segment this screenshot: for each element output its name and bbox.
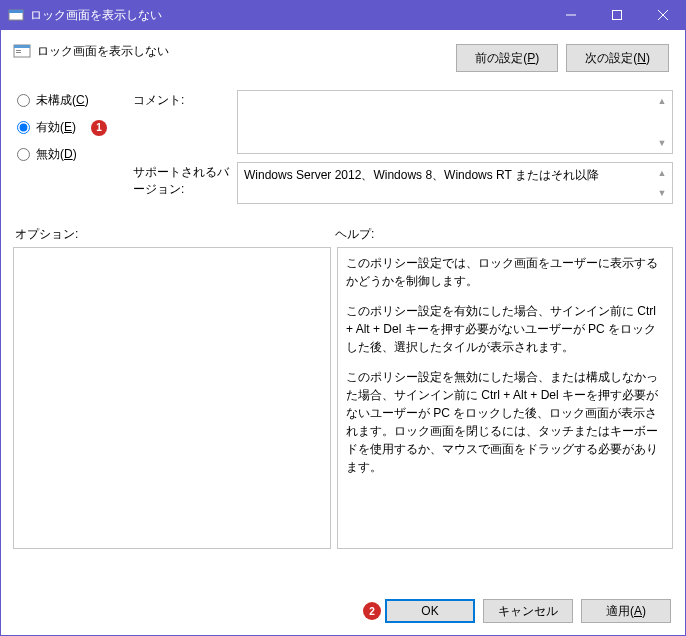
policy-icon — [13, 42, 31, 60]
next-setting-button[interactable]: 次の設定(N) — [566, 44, 669, 72]
policy-title: ロック画面を表示しない — [37, 40, 456, 60]
radio-not-configured-row: 未構成(C) — [17, 92, 133, 109]
version-box: Windows Server 2012、Windows 8、Windows RT… — [237, 162, 673, 204]
radio-disabled[interactable] — [17, 148, 30, 161]
titlebar: ロック画面を表示しない — [0, 0, 686, 30]
help-panel: このポリシー設定では、ロック画面をユーザーに表示するかどうかを制御します。 この… — [337, 247, 673, 549]
svg-rect-7 — [14, 45, 30, 48]
prev-setting-button[interactable]: 前の設定(P) — [456, 44, 558, 72]
radio-not-configured-label[interactable]: 未構成(C) — [36, 92, 89, 109]
help-paragraph: このポリシー設定を無効にした場合、または構成しなかった場合、サインイン前に Ct… — [346, 368, 664, 476]
help-paragraph: このポリシー設定では、ロック画面をユーザーに表示するかどうかを制御します。 — [346, 254, 664, 290]
svg-rect-1 — [9, 10, 23, 13]
version-text: Windows Server 2012、Windows 8、Windows RT… — [244, 168, 599, 182]
scroll-down-icon[interactable]: ▼ — [654, 135, 670, 151]
minimize-button[interactable] — [548, 0, 594, 30]
close-button[interactable] — [640, 0, 686, 30]
help-section-label: ヘルプ: — [335, 226, 374, 243]
scroll-up-icon[interactable]: ▲ — [654, 93, 670, 109]
help-paragraph: このポリシー設定を有効にした場合、サインイン前に Ctrl + Alt + De… — [346, 302, 664, 356]
annotation-badge-2: 2 — [363, 602, 381, 620]
scroll-up-icon[interactable]: ▲ — [654, 165, 670, 181]
annotation-badge-1: 1 — [91, 120, 107, 136]
svg-rect-9 — [16, 52, 21, 53]
radio-disabled-label[interactable]: 無効(D) — [36, 146, 77, 163]
options-panel — [13, 247, 331, 549]
radio-enabled[interactable] — [17, 121, 30, 134]
comment-textarea[interactable]: ▲ ▼ — [237, 90, 673, 154]
ok-button[interactable]: OK — [385, 599, 475, 623]
maximize-button[interactable] — [594, 0, 640, 30]
svg-rect-3 — [613, 11, 622, 20]
cancel-button[interactable]: キャンセル — [483, 599, 573, 623]
svg-rect-8 — [16, 50, 21, 51]
radio-enabled-label[interactable]: 有効(E) — [36, 119, 76, 136]
app-icon — [8, 7, 24, 23]
apply-button[interactable]: 適用(A) — [581, 599, 671, 623]
radio-disabled-row: 無効(D) — [17, 146, 133, 163]
version-label: サポートされるバージョン: — [133, 162, 237, 204]
window-title: ロック画面を表示しない — [30, 7, 548, 24]
scroll-down-icon[interactable]: ▼ — [654, 185, 670, 201]
content-area: ロック画面を表示しない 前の設定(P) 次の設定(N) 未構成(C) 有効(E)… — [0, 30, 686, 636]
comment-label: コメント: — [133, 90, 237, 154]
options-section-label: オプション: — [13, 226, 335, 243]
footer-buttons: 2 OK キャンセル 適用(A) — [363, 599, 671, 623]
radio-not-configured[interactable] — [17, 94, 30, 107]
radio-enabled-row: 有効(E) 1 — [17, 119, 133, 136]
